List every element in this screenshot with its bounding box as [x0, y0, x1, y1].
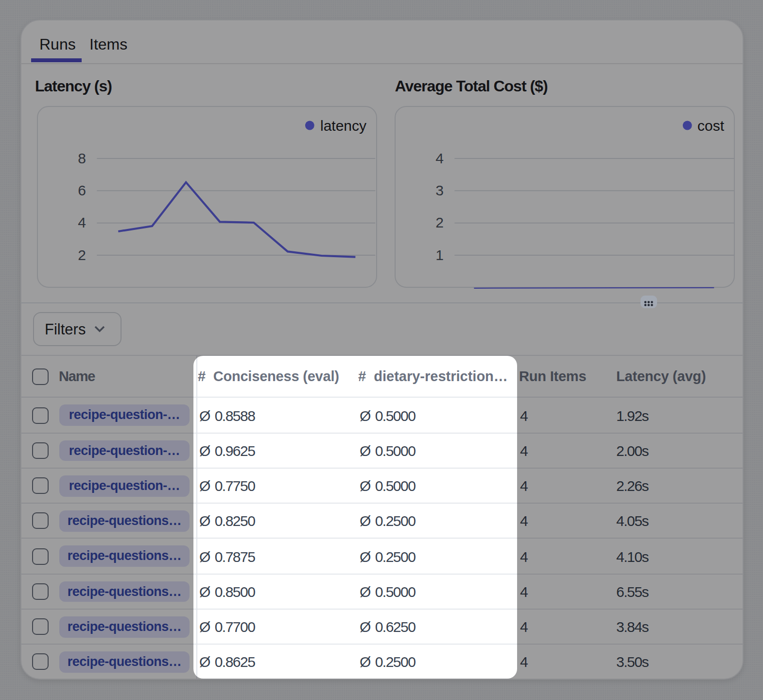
- svg-text:2: 2: [436, 214, 444, 230]
- svg-text:6: 6: [78, 182, 86, 198]
- svg-text:4: 4: [436, 150, 444, 166]
- svg-text:1: 1: [436, 247, 444, 263]
- svg-text:8: 8: [78, 150, 86, 166]
- svg-text:3: 3: [436, 182, 444, 198]
- svg-text:cost: cost: [697, 118, 725, 134]
- svg-text:2: 2: [78, 247, 86, 263]
- svg-text:latency: latency: [320, 118, 366, 134]
- svg-text:4: 4: [78, 214, 86, 230]
